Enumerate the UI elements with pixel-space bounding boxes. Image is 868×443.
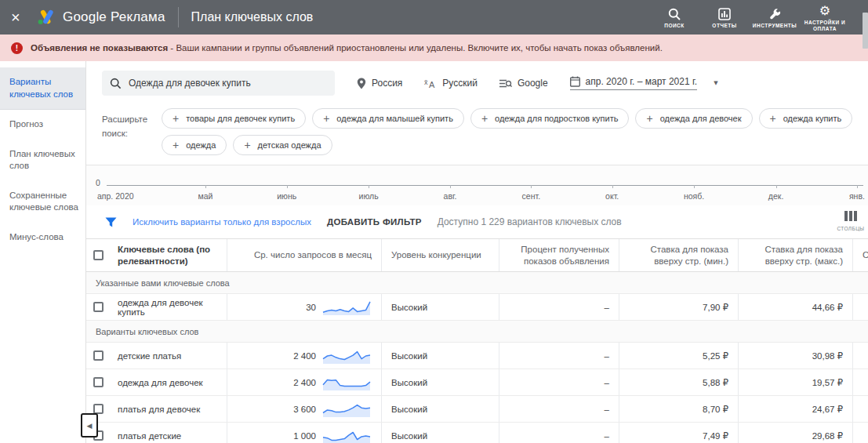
svg-text:x̄: x̄ — [424, 78, 428, 86]
add-filter-button[interactable]: ДОБАВИТЬ ФИЛЬТР — [327, 217, 422, 227]
col-header-keywords[interactable]: Ключевые слова (по релевантности) — [108, 239, 227, 271]
network-selector[interactable]: Google — [499, 78, 548, 89]
trend-sparkline — [321, 400, 372, 419]
chip-label: одежда купить — [783, 114, 842, 123]
date-range-text: апр. 2020 г. – март 2021 г. — [570, 76, 698, 90]
axis-month-label: июль — [359, 185, 379, 201]
bid-high-cell: 29,68 ₽ — [739, 423, 853, 443]
col-header-avg-searches[interactable]: Ср. число запросов в месяц — [227, 239, 382, 271]
bid-low-cell: 8,70 ₽ — [619, 396, 739, 422]
keyword-row[interactable]: одежда для девочек купить 30 Высокий – 7… — [86, 294, 868, 321]
search-input[interactable] — [129, 78, 327, 89]
impression-share-cell: – — [499, 294, 619, 320]
date-range-selector[interactable]: апр. 2020 г. – март 2021 г. ▼ — [570, 76, 718, 90]
topnav-tools[interactable]: ИНСТРУМЕНТЫ — [750, 2, 799, 33]
language-selector[interactable]: x̄A Русский — [424, 78, 478, 89]
topbar-divider — [178, 7, 179, 27]
add-keyword-chip[interactable]: +детская одежда — [233, 135, 332, 155]
avg-searches-value: 2 400 — [293, 378, 316, 387]
keyword-search-box[interactable] — [102, 71, 335, 96]
stub-cell — [853, 423, 868, 443]
add-keyword-chip[interactable]: +одежда — [162, 135, 227, 155]
keyword-cell: платья для девочек — [108, 396, 227, 422]
col-header-bid-high[interactable]: Ставка для показа вверху стр. (макс.) — [739, 239, 853, 271]
bid-low-cell: 5,25 ₽ — [619, 343, 739, 369]
keyword-cell: платья детские — [108, 423, 227, 443]
topnav-settings[interactable]: ⚙ НАСТРОЙКИ И ОПЛАТА — [801, 2, 849, 33]
columns-button[interactable]: СТОЛБЦЫ — [833, 211, 868, 231]
col-header-truncated[interactable]: Ст — [853, 239, 868, 271]
topnav-reports[interactable]: ОТЧЕТЫ — [700, 2, 749, 33]
plus-icon: + — [173, 113, 179, 124]
topnav-label: ИНСТРУМЕНТЫ — [753, 23, 797, 29]
settings-icon: ⚙ — [819, 5, 830, 18]
bid-low-cell: 5,88 ₽ — [619, 369, 739, 395]
axis-month-label: май — [196, 185, 215, 201]
keyword-cell: одежда для девочек купить — [108, 294, 227, 320]
chip-label: одежда — [186, 140, 216, 150]
sidebar-item-3[interactable]: Сохраненные ключевые слова — [0, 181, 85, 223]
sidebar-item-1[interactable]: Прогноз — [0, 110, 85, 140]
date-range-value: апр. 2020 г. – март 2021 г. — [586, 76, 698, 87]
add-keyword-chip[interactable]: +одежда купить — [759, 108, 853, 129]
stub-cell — [853, 343, 868, 369]
col-header-bid-low[interactable]: Ставка для показа вверху стр. (мин.) — [619, 239, 739, 271]
keywords-table: Ключевые слова (по релевантности) Ср. чи… — [86, 238, 868, 443]
brand-title: Google Реклама — [63, 9, 165, 25]
error-icon: ! — [11, 42, 23, 54]
avg-searches-cell: 2 400 — [227, 369, 382, 395]
impression-share-cell: – — [499, 423, 619, 443]
keyword-row[interactable]: детские платья 2 400 Высокий – 5,25 ₽ 30… — [86, 343, 868, 369]
search-volume-chart: 0 апр. 2020майиюньиюльавг.сент.окт.нояб.… — [86, 165, 868, 205]
impression-share-cell: – — [499, 396, 619, 422]
bid-low-cell: 7,90 ₽ — [619, 294, 739, 320]
stub-cell — [853, 294, 868, 320]
keyword-row[interactable]: платья для девочек 3 600 Высокий – 8,70 … — [86, 396, 868, 423]
banner-message: - Ваши кампании и группы объявлений прио… — [168, 43, 663, 53]
bid-low-cell: 7,49 ₽ — [619, 423, 739, 443]
reports-icon — [718, 8, 731, 21]
avg-searches-value: 3 600 — [293, 405, 316, 414]
select-all-checkbox[interactable] — [93, 250, 104, 260]
avg-searches-value: 1 000 — [293, 431, 316, 441]
add-keyword-chip[interactable]: +одежда для подростков купить — [470, 108, 630, 129]
chevron-down-icon: ▼ — [714, 80, 717, 86]
main-content: Россия x̄A Русский Google апр. 2020 г. –… — [86, 61, 868, 443]
sidebar-item-0[interactable]: Варианты ключевых слов — [0, 67, 85, 110]
col-header-competition[interactable]: Уровень конкуренции — [382, 239, 499, 271]
add-keyword-chip[interactable]: +товары для девочек купить — [162, 108, 306, 129]
axis-month-label: нояб. — [684, 185, 704, 201]
competition-cell: Высокий — [382, 343, 499, 369]
topnav: ПОИСК ОТЧЕТЫ ИНСТРУМЕНТЫ ⚙ НАСТРОЙКИ И О… — [650, 2, 868, 33]
keyword-row[interactable]: одежда для девочек 2 400 Высокий – 5,88 … — [86, 369, 868, 396]
search-toolbar: Россия x̄A Русский Google апр. 2020 г. –… — [86, 61, 868, 105]
keyword-row[interactable]: платья детские 1 000 Высокий – 7,49 ₽ 29… — [86, 423, 868, 443]
trend-sparkline — [321, 347, 372, 365]
topnav-search[interactable]: ПОИСК — [650, 2, 699, 33]
sidebar-item-4[interactable]: Минус-слова — [0, 223, 85, 252]
add-keyword-chip[interactable]: +одежда для девочек — [635, 108, 752, 129]
competition-cell: Высокий — [382, 294, 499, 320]
col-header-impression-share[interactable]: Процент полученных показов объявления — [499, 239, 619, 271]
table-body: Указанные вами ключевые слова одежда для… — [86, 272, 868, 443]
scrollbar-thumb[interactable] — [863, 13, 868, 49]
row-checkbox[interactable] — [93, 302, 104, 312]
row-checkbox[interactable] — [93, 350, 104, 361]
avg-searches-cell: 30 — [227, 294, 382, 320]
close-icon[interactable]: × — [11, 9, 31, 25]
axis-month-label: дек. — [767, 185, 786, 201]
row-checkbox[interactable] — [93, 377, 104, 387]
page-body: Варианты ключевых словПрогнозПлан ключев… — [0, 61, 868, 443]
topnav-label: НАСТРОЙКИ И ОПЛАТА — [801, 20, 849, 33]
trend-sparkline — [321, 298, 372, 317]
sidebar-item-2[interactable]: План ключевых слов — [0, 140, 85, 181]
location-selector[interactable]: Россия — [357, 78, 402, 89]
avg-searches-value: 2 400 — [293, 351, 316, 361]
add-keyword-chip[interactable]: +одежда для малышей купить — [312, 108, 464, 129]
avg-searches-cell: 2 400 — [227, 343, 382, 369]
sidebar-collapse-button[interactable]: ◀ — [81, 413, 98, 438]
chip-label: одежда для малышей купить — [336, 114, 453, 123]
network-value: Google — [518, 78, 548, 89]
exclude-adult-link[interactable]: Исключить варианты только для взрослых — [133, 217, 311, 227]
axis-month-label: авг. — [441, 185, 459, 201]
